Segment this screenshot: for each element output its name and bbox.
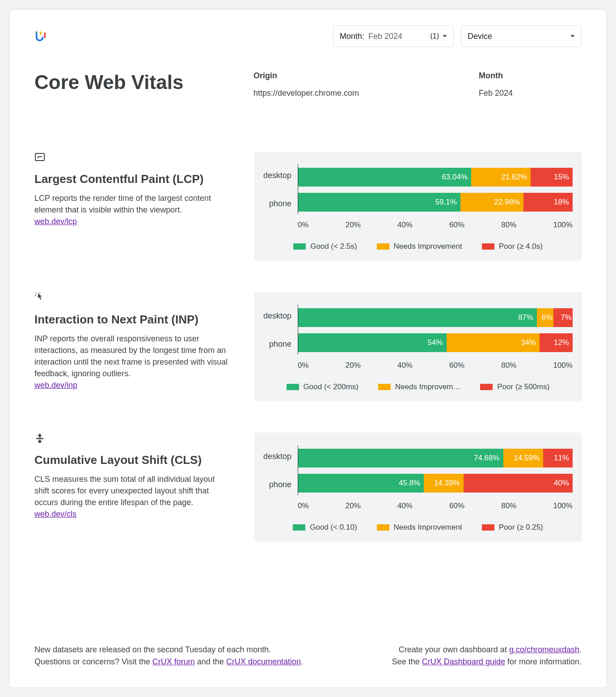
axis-tick: 40% [397, 502, 413, 510]
cls-desktop-poor: 11% [543, 449, 573, 468]
axis-tick: 80% [501, 221, 516, 230]
legend-ni: Needs Improvement [394, 242, 462, 251]
svg-line-2 [36, 293, 37, 294]
cls-cat-phone: phone [263, 475, 291, 494]
cls-cat-desktop: desktop [263, 447, 291, 466]
metric-cls: Cumulative Layout Shift (CLS) CLS measur… [34, 433, 582, 542]
filter-bar: Month: Feb 2024 (1) Device [333, 26, 582, 47]
cls-legend: Good (< 0.10) Needs Improvement Poor (≥ … [263, 523, 573, 532]
swatch-poor-icon [482, 243, 494, 250]
month-dropdown-value: Feb 2024 [368, 32, 402, 41]
swatch-good-icon [287, 384, 299, 390]
lcp-phone-poor: 18% [523, 193, 573, 212]
metric-lcp: Largest Contentful Paint (LCP) LCP repor… [34, 152, 582, 261]
crux-forum-link[interactable]: CrUX forum [152, 657, 195, 666]
inp-bar-phone: 54% 34% 12% [298, 333, 573, 352]
axis-tick: 20% [346, 502, 361, 510]
device-dropdown-label: Device [468, 32, 492, 41]
lcp-chart: desktop phone 63.04% 21.62% 15% 59.1% [254, 152, 582, 261]
swatch-ni-icon [377, 524, 389, 531]
lcp-phone-ni: 22.98% [460, 193, 523, 212]
inp-desktop-poor: 7% [553, 308, 573, 327]
month-value: Feb 2024 [479, 89, 582, 98]
dashboard-guide-link[interactable]: CrUX Dashboard guide [422, 657, 505, 666]
axis-tick: 40% [397, 221, 413, 230]
cls-phone-good: 45.8% [298, 474, 424, 493]
lcp-title: Largest Contentful Paint (LCP) [34, 172, 231, 186]
axis-tick: 60% [449, 502, 464, 510]
footer-release-note: New datasets are released on the second … [34, 644, 303, 656]
device-dropdown[interactable]: Device [461, 26, 582, 47]
inp-cat-desktop: desktop [263, 306, 291, 325]
swatch-good-icon [293, 524, 305, 531]
lcp-bar-phone: 59.1% 22.98% 18% [298, 193, 573, 212]
lcp-legend: Good (< 2.5s) Needs Improvement Poor (≥ … [263, 242, 573, 251]
inp-phone-poor: 12% [540, 333, 573, 352]
cls-title: Cumulative Layout Shift (CLS) [34, 453, 231, 467]
inp-phone-good: 54% [298, 333, 447, 352]
legend-poor: Poor (≥ 4.0s) [499, 242, 543, 251]
inp-desc: INP reports the overall responsiveness t… [34, 334, 228, 378]
cls-phone-poor: 40% [464, 474, 573, 493]
swatch-ni-icon [378, 384, 391, 390]
report-header: Core Web Vitals Origin https://developer… [34, 71, 582, 98]
lcp-cat-phone: phone [263, 194, 291, 213]
origin-value: https://developer.chrome.com [253, 89, 479, 98]
report-footer: New datasets are released on the second … [34, 644, 582, 668]
axis-tick: 60% [449, 361, 464, 370]
legend-poor: Poor (≥ 500ms) [497, 382, 549, 391]
footer-text: for more information. [505, 657, 582, 666]
crux-docs-link[interactable]: CrUX documentation [226, 657, 301, 666]
inp-phone-ni: 34% [447, 333, 540, 352]
inp-desktop-ni: 6% [537, 308, 553, 327]
month-label: Month [479, 71, 582, 81]
legend-good: Good (< 0.10) [310, 523, 357, 532]
lcp-desktop-good: 63.04% [298, 168, 471, 187]
lcp-phone-good: 59.1% [298, 193, 460, 212]
chevron-down-icon [570, 35, 575, 38]
chromeuxdash-link[interactable]: g.co/chromeuxdash [509, 645, 579, 654]
chevron-down-icon [443, 35, 447, 38]
report-card: Month: Feb 2024 (1) Device Core Web Vita… [9, 9, 607, 688]
axis-tick: 0% [298, 502, 309, 510]
inp-bar-desktop: 87% 6% 7% [298, 308, 573, 327]
cls-xaxis: 0% 20% 40% 60% 80% 100% [298, 502, 573, 510]
month-dropdown-label: Month [340, 32, 362, 41]
legend-ni: Needs Improvement [394, 523, 462, 532]
axis-tick: 100% [553, 221, 572, 230]
swatch-poor-icon [482, 524, 494, 531]
svg-point-0 [36, 31, 38, 33]
origin-label: Origin [253, 71, 479, 81]
cls-phone-ni: 14.39% [424, 474, 463, 493]
axis-tick: 80% [501, 361, 516, 370]
footer-text: Create your own dashboard at [399, 645, 509, 654]
month-dropdown[interactable]: Month: Feb 2024 (1) [333, 26, 454, 47]
cls-chart: desktop phone 74.68% 14.59% 11% 45.8% [254, 433, 582, 542]
svg-rect-5 [36, 438, 43, 439]
lcp-bar-desktop: 63.04% 21.62% 15% [298, 168, 573, 187]
footer-text: See the [392, 657, 422, 666]
axis-tick: 20% [346, 361, 361, 370]
lcp-doc-link[interactable]: web.dev/lcp [34, 217, 77, 226]
axis-tick: 40% [397, 361, 413, 370]
topbar: Month: Feb 2024 (1) Device [34, 26, 582, 47]
inp-doc-link[interactable]: web.dev/inp [34, 381, 77, 390]
svg-line-3 [39, 293, 40, 293]
footer-text: . [579, 645, 582, 654]
swatch-poor-icon [480, 384, 493, 390]
lcp-cat-desktop: desktop [263, 166, 291, 185]
swatch-ni-icon [377, 243, 389, 250]
footer-text: . [301, 657, 303, 666]
axis-tick: 100% [553, 502, 572, 510]
cls-desc: CLS measures the sum total of all indivi… [34, 475, 215, 507]
cls-bar-desktop: 74.68% 14.59% 11% [298, 449, 573, 468]
cls-doc-link[interactable]: web.dev/cls [34, 510, 76, 518]
cls-icon [34, 433, 45, 443]
swatch-good-icon [293, 243, 306, 250]
page-title: Core Web Vitals [34, 71, 253, 98]
crux-logo-icon [34, 30, 47, 42]
footer-text: and the [195, 657, 226, 666]
footer-text: Questions or concerns? Visit the [34, 657, 152, 666]
inp-cat-phone: phone [263, 335, 291, 353]
cls-desktop-ni: 14.59% [503, 449, 544, 468]
